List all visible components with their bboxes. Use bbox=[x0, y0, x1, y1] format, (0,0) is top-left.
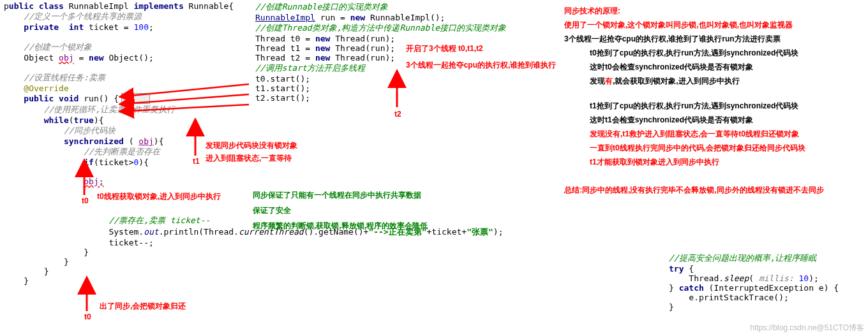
arrow-start-to-run-2 bbox=[131, 94, 249, 103]
watermark: https://blog.csdn.ne@51CTO博客 bbox=[750, 323, 864, 333]
arrow-start-to-run-3 bbox=[131, 105, 249, 111]
arrows-layer bbox=[0, 0, 868, 336]
arrow-start-to-run-1 bbox=[131, 84, 249, 96]
